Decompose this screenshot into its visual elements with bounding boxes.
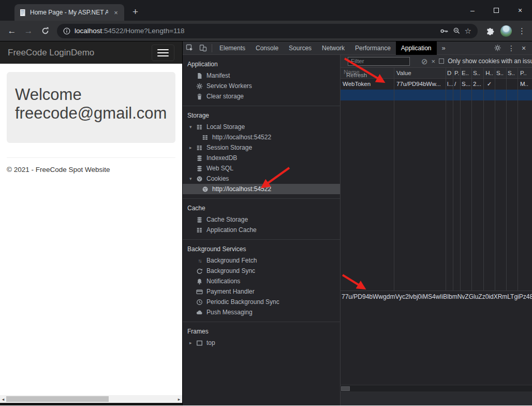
sidebar-item-label: Local Storage [206,123,245,130]
grid-column [484,100,495,291]
filter-input[interactable] [348,57,410,66]
sidebar-item-payment-handler[interactable]: Payment Handler [183,286,340,297]
welcome-heading: Welcomefreecode@gmail.com [15,85,167,122]
sidebar-item-manifest[interactable]: Manifest [183,70,340,81]
delete-selected-icon[interactable]: × [432,58,436,65]
page-horizontal-scrollbar[interactable]: ◂ ▸ [0,395,182,403]
minimize-button[interactable]: – [461,6,484,15]
tab-sources[interactable]: Sources [284,41,317,55]
devtools-close-icon[interactable]: × [519,44,529,52]
column-value[interactable]: Value [394,68,446,78]
url-host: localhost [75,27,102,35]
column-path[interactable]: P. [453,68,461,78]
sidebar-item-periodic-background-sync[interactable]: Periodic Background Sync [183,297,340,307]
sidebar-item-background-fetch[interactable]: ↑↓ Background Fetch [183,255,340,266]
cookie-row-webtoken[interactable]: WebToken 77u/PD94bWw... l... / S... 2...… [341,79,532,90]
sidebar-item-local-storage-origin[interactable]: http://localhost:54522 [183,132,340,142]
section-divider [183,322,340,322]
forward-button[interactable]: → [21,26,36,36]
url-text[interactable]: localhost:54522/Home?Length=118 [75,27,436,35]
welcome-email: freecode@gmail.com [15,104,167,122]
selected-empty-row[interactable] [341,90,532,100]
cookie-priority: M.. [518,79,532,90]
column-httponly[interactable]: H.. [484,68,495,78]
empty-cell [461,90,472,100]
toolbar-right: ⋮ [486,25,526,37]
maximize-button[interactable] [484,6,508,15]
sidebar-item-cookies-origin-selected[interactable]: http://localhost:54522 [183,184,340,194]
column-name[interactable]: Name Refresh [341,68,394,78]
sidebar-item-label: Application Cache [206,226,257,234]
sidebar-item-indexeddb[interactable]: IndexedDB [183,153,340,163]
scroll-left-arrow-icon[interactable]: ◂ [0,397,6,402]
column-priority[interactable]: P.. [518,68,532,78]
close-window-button[interactable]: × [508,6,532,15]
site-brand[interactable]: FreeCode LoginDemo [8,48,94,58]
table-grid-icon [196,124,203,130]
sidebar-item-clear-storage[interactable]: Clear storage [183,91,340,102]
info-icon[interactable] [63,27,70,35]
tab-close-icon[interactable]: × [112,9,120,17]
sidebar-item-top-frame[interactable]: ▸ top [183,338,340,348]
inspect-element-button[interactable] [183,44,196,52]
sidebar-item-service-workers[interactable]: Service Workers [183,81,340,91]
grid-column [394,100,446,291]
navbar-hamburger-button[interactable] [152,45,174,61]
clear-all-icon[interactable]: ⊘ [421,57,428,65]
devtools-settings-button[interactable] [491,44,504,52]
chevron-right-icon[interactable]: ▸ [189,340,196,345]
sidebar-item-application-cache[interactable]: Application Cache [183,225,340,235]
extensions-puzzle-icon[interactable] [486,27,494,35]
sidebar-item-label: Push Messaging [206,309,253,316]
sidebar-item-notifications[interactable]: Notifications [183,276,340,286]
scrollbar-thumb[interactable] [6,396,109,402]
address-bar[interactable]: localhost:54522/Home?Length=118 ☆ [57,24,478,38]
back-button[interactable]: ← [4,26,20,36]
devtools-menu-icon[interactable]: ⋮ [506,44,516,52]
preview-horizontal-scrollbar[interactable] [341,385,532,392]
application-panel: Application Manifest Service Workers [183,55,532,405]
column-secure[interactable]: S.. [495,68,507,78]
tab-performance[interactable]: Performance [350,41,396,55]
chevron-down-icon[interactable]: ▾ [189,124,196,129]
sidebar-item-local-storage[interactable]: ▾ Local Storage [183,122,340,132]
chevron-down-icon[interactable]: ▾ [189,176,196,181]
column-size[interactable]: S.. [472,68,484,78]
scrollbar-thumb[interactable] [341,386,350,391]
sidebar-item-label: Session Storage [206,144,252,151]
devtools-tabbar: Elements Console Sources Network Perform… [183,41,532,55]
sidebar-item-cache-storage[interactable]: Cache Storage [183,214,340,225]
trash-icon [196,93,203,100]
cookies-table-header: Name Refresh Value D P. E.. S.. H.. S.. … [341,68,532,79]
tab-application[interactable]: Application [396,41,437,55]
tab-network[interactable]: Network [317,41,350,55]
cookie-domain: l... [446,79,453,90]
browser-menu-icon[interactable]: ⋮ [518,26,526,36]
new-tab-button[interactable]: + [132,7,138,17]
column-expires[interactable]: E.. [461,68,472,78]
empty-cell [472,90,484,100]
sidebar-item-cookies[interactable]: ▾ Cookies [183,173,340,184]
chevron-right-icon[interactable]: ▸ [189,145,196,150]
more-tabs-chevron[interactable]: » [437,44,451,52]
reload-button[interactable] [37,26,53,35]
profile-avatar[interactable] [500,25,512,37]
device-toolbar-button[interactable] [196,44,210,52]
tab-elements[interactable]: Elements [214,41,250,55]
column-domain[interactable]: D [446,68,453,78]
password-key-icon[interactable] [440,27,449,35]
browser-tab[interactable]: Home Page - My ASP.NET Applic × [14,4,124,21]
grid-column [495,100,507,291]
column-samesite[interactable]: S.. [507,68,518,78]
sidebar-item-web-sql[interactable]: Web SQL [183,163,340,173]
cookie-value-preview[interactable]: 77u/PD94bWwgdmVyc2lvbj0iMS4wIiBlbmNvZGlu… [341,291,532,302]
issue-filter-checkbox[interactable] [439,59,444,64]
sidebar-item-push-messaging[interactable]: Push Messaging [183,307,340,317]
tab-console[interactable]: Console [250,41,284,55]
issue-filter-label: Only show cookies with an issue [448,57,532,65]
scroll-right-arrow-icon[interactable]: ▸ [176,397,182,402]
zoom-icon[interactable] [453,27,461,35]
sidebar-item-session-storage[interactable]: ▸ Session Storage [183,142,340,153]
sidebar-item-background-sync[interactable]: Background Sync [183,266,340,276]
bookmark-star-icon[interactable]: ☆ [465,27,471,35]
